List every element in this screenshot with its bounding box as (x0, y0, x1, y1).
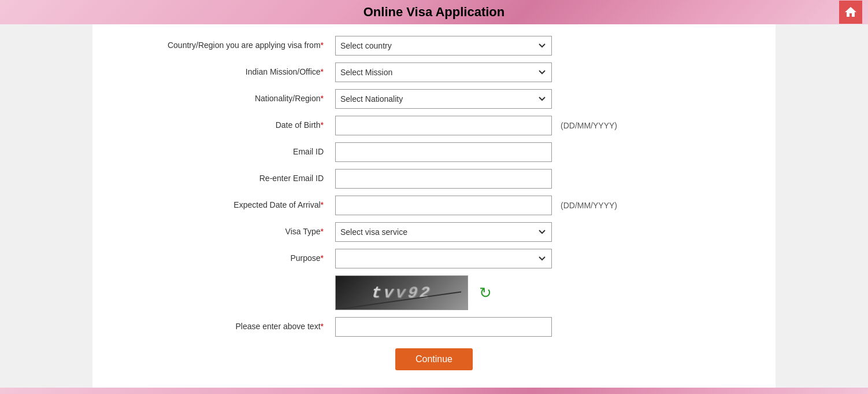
refresh-captcha-button[interactable]: ↻ (477, 284, 494, 301)
email-label: Email ID (116, 146, 335, 158)
mission-select[interactable]: Select Mission (335, 62, 552, 82)
arrival-input[interactable] (335, 196, 552, 215)
captcha-input-row: Please enter above text* (116, 317, 752, 337)
dob-hint: (DD/MM/YYYY) (561, 121, 617, 130)
dob-required: * (321, 120, 324, 130)
continue-button[interactable]: Continue (395, 348, 473, 370)
mission-required: * (321, 67, 324, 76)
main-content: Country/Region you are applying visa fro… (92, 24, 776, 388)
country-label: Country/Region you are applying visa fro… (116, 40, 335, 51)
continue-row: Continue (116, 348, 752, 370)
captcha-image-row: tvv92 ↻ (116, 275, 752, 310)
captcha-input-label: Please enter above text* (116, 321, 335, 333)
visa-type-select[interactable]: Select visa service (335, 222, 552, 242)
email-re-input[interactable] (335, 169, 552, 189)
page-title: Online Visa Application (363, 5, 505, 19)
purpose-required: * (321, 253, 324, 263)
footer-bar: Online Visa Application (0, 388, 868, 394)
visa-type-required: * (321, 227, 324, 236)
country-select[interactable]: Select country (335, 36, 552, 56)
nationality-select[interactable]: Select Nationality (335, 89, 552, 109)
purpose-label: Purpose* (116, 253, 335, 264)
page-wrapper: Online Visa Application Country/Region y… (0, 0, 868, 394)
home-icon[interactable] (839, 1, 862, 24)
dob-input[interactable] (335, 116, 552, 135)
nationality-label: Nationality/Region* (116, 93, 335, 105)
captcha-display: tvv92 (371, 284, 433, 302)
mission-row: Indian Mission/Office* Select Mission (116, 62, 752, 82)
captcha-required: * (321, 322, 324, 331)
header-bar: Online Visa Application (0, 0, 868, 24)
dob-row: Date of Birth* (DD/MM/YYYY) (116, 116, 752, 135)
nationality-row: Nationality/Region* Select Nationality (116, 89, 752, 109)
country-row: Country/Region you are applying visa fro… (116, 36, 752, 56)
email-input[interactable] (335, 142, 552, 162)
visa-type-label: Visa Type* (116, 226, 335, 238)
captcha-image: tvv92 (335, 275, 468, 310)
arrival-row: Expected Date of Arrival* (DD/MM/YYYY) (116, 196, 752, 215)
arrival-hint: (DD/MM/YYYY) (561, 201, 617, 210)
email-re-label: Re-enter Email ID (116, 173, 335, 185)
purpose-row: Purpose* (116, 249, 752, 268)
visa-type-row: Visa Type* Select visa service (116, 222, 752, 242)
captcha-input[interactable] (335, 317, 552, 337)
email-row: Email ID (116, 142, 752, 162)
email-re-row: Re-enter Email ID (116, 169, 752, 189)
arrival-required: * (321, 200, 324, 209)
arrival-label: Expected Date of Arrival* (116, 200, 335, 211)
country-required: * (321, 40, 324, 50)
dob-label: Date of Birth* (116, 120, 335, 131)
purpose-select[interactable] (335, 249, 552, 268)
nationality-required: * (321, 94, 324, 103)
mission-label: Indian Mission/Office* (116, 67, 335, 78)
